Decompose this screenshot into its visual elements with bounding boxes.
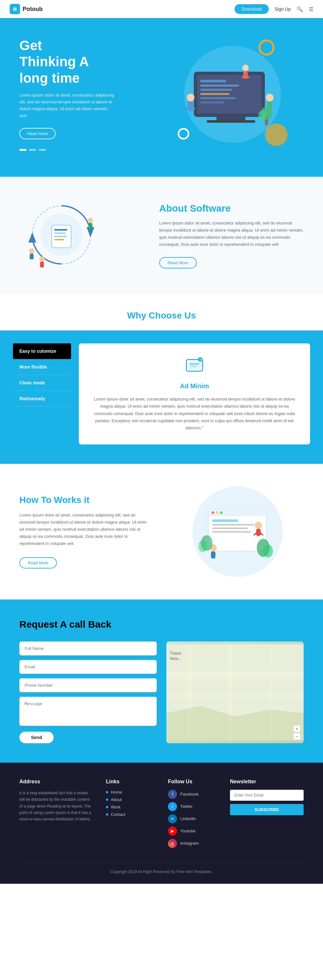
footer-newsletter-col: Newsletter SUBSCRIBE xyxy=(230,779,304,851)
social-linkedin[interactable]: in Linkedin xyxy=(168,814,217,823)
hero-image xyxy=(161,40,304,149)
fullname-input[interactable] xyxy=(19,641,157,655)
signin-link[interactable]: Sign Up xyxy=(275,6,291,12)
footer-link-work[interactable]: Work xyxy=(106,805,155,810)
subscribe-button[interactable]: SUBSCRIBE xyxy=(230,804,304,815)
feature-tab-2[interactable]: Clean mode xyxy=(13,375,71,391)
logo-icon: ⊞ xyxy=(10,4,20,14)
footer-link-about[interactable]: About xyxy=(106,797,155,802)
twitter-icon: t xyxy=(168,802,177,811)
howto-svg-illustration xyxy=(199,493,276,570)
map-zoom-in-button[interactable]: + xyxy=(293,725,301,732)
footer-address-col: Address It is a long established fact th… xyxy=(19,779,93,851)
svg-point-46 xyxy=(220,511,223,514)
youtube-icon: ▶ xyxy=(168,827,177,835)
svg-point-30 xyxy=(29,248,34,253)
hero-dots xyxy=(19,149,161,151)
request-section: Request A call Back Send Thánh xyxy=(0,600,323,763)
svg-rect-39 xyxy=(189,366,197,367)
features-section: Easy to cutomize More flexible Clean mod… xyxy=(0,331,323,463)
howto-content: How To Works it Lorem ipsum dolor sit am… xyxy=(19,495,152,568)
footer: Address It is a long established fact th… xyxy=(0,763,323,884)
map-zoom-out-button[interactable]: − xyxy=(293,733,301,740)
features-description: Lorem ipsum dolor sit amet, consectetur … xyxy=(92,396,297,431)
hero-section: Get Thinking A long time Lorem ipsum dol… xyxy=(0,18,323,177)
howto-title: How To Works it xyxy=(19,495,152,505)
map-zoom-controls: + − xyxy=(293,725,301,740)
hero-circle-sm2 xyxy=(178,128,189,140)
map-svg: Thánh New... xyxy=(166,641,304,743)
about-section: About Software Lorem ipsum dolor sit ame… xyxy=(0,177,323,294)
svg-point-45 xyxy=(216,511,218,514)
howto-section: How To Works it Lorem ipsum dolor sit am… xyxy=(0,464,323,600)
svg-rect-37 xyxy=(188,361,201,369)
svg-point-34 xyxy=(88,218,93,223)
social-facebook[interactable]: f Facebook xyxy=(168,790,217,799)
hero-read-more-button[interactable]: Read more xyxy=(19,128,56,139)
social-twitter[interactable]: t Twitter xyxy=(168,802,217,811)
newsletter-email-input[interactable] xyxy=(230,790,304,801)
hero-content: Get Thinking A long time Lorem ipsum dol… xyxy=(19,37,161,151)
svg-rect-35 xyxy=(89,223,92,229)
feature-tab-1[interactable]: More flexible xyxy=(13,359,71,375)
about-description: Lorem ipsum dolor sit amet, consectetur … xyxy=(159,220,304,248)
svg-point-44 xyxy=(212,511,214,514)
svg-rect-48 xyxy=(212,524,254,525)
svg-rect-27 xyxy=(54,232,65,234)
howto-read-more-button[interactable]: Read More xyxy=(19,557,57,568)
about-read-more-button[interactable]: Read More xyxy=(159,257,197,269)
svg-text:Thánh: Thánh xyxy=(170,651,181,655)
social-instagram[interactable]: ig Instagram xyxy=(168,839,217,848)
request-body: Send Thánh New... Google Trang xyxy=(19,641,304,743)
svg-text:New...: New... xyxy=(170,656,181,660)
feature-tab-3[interactable]: Ratinaready xyxy=(13,391,71,407)
about-svg-illustration xyxy=(19,199,103,270)
footer-followus-col: Follow Us f Facebook t Twitter in Linked… xyxy=(168,779,217,851)
svg-rect-56 xyxy=(211,551,215,558)
svg-point-32 xyxy=(40,256,45,262)
footer-grid: Address It is a long established fact th… xyxy=(19,779,304,851)
footer-link-contact[interactable]: Contact xyxy=(106,812,155,817)
about-title: About Software xyxy=(159,203,304,214)
search-icon[interactable]: 🔍 xyxy=(296,6,303,12)
svg-rect-31 xyxy=(30,253,33,259)
navbar-right: Download Sign Up 🔍 ☰ xyxy=(234,4,313,14)
brand-name: Potoub xyxy=(22,6,43,13)
message-input[interactable] xyxy=(19,697,157,726)
request-map: Thánh New... Google Trang này không thể … xyxy=(166,641,304,743)
footer-link-home[interactable]: Home xyxy=(106,790,155,795)
instagram-icon: ig xyxy=(168,839,177,848)
menu-icon[interactable]: ☰ xyxy=(309,6,313,12)
link-dot xyxy=(106,791,108,793)
hero-dot-1[interactable] xyxy=(19,149,27,151)
navbar: ⊞ Potoub Download Sign Up 🔍 ☰ xyxy=(0,0,323,18)
svg-point-51 xyxy=(255,522,262,529)
svg-point-60 xyxy=(199,540,207,552)
why-title: Why Choose Us xyxy=(19,310,304,321)
phone-input[interactable] xyxy=(19,678,157,692)
why-section: Why Choose Us xyxy=(0,294,323,321)
svg-point-58 xyxy=(263,544,273,557)
footer-newsletter-title: Newsletter xyxy=(230,779,304,784)
email-input[interactable] xyxy=(19,660,157,674)
linkedin-icon: in xyxy=(168,814,177,823)
brand-logo[interactable]: ⊞ Potoub xyxy=(10,4,43,14)
request-title: Request A call Back xyxy=(19,619,304,630)
svg-rect-29 xyxy=(54,239,64,240)
footer-copyright: Copyright 2019 All Right Reserved By Fre… xyxy=(19,863,304,874)
howto-description: Lorem ipsum dolor sit amet, consectetur … xyxy=(19,512,152,547)
footer-followus-title: Follow Us xyxy=(168,779,217,784)
hero-dot-3[interactable] xyxy=(39,149,46,151)
footer-links-col: Links Home About Work Contact xyxy=(106,779,155,851)
hero-circle-sm xyxy=(258,40,275,56)
send-button[interactable]: Send xyxy=(19,732,54,743)
footer-address-text: It is a long established fact that a rea… xyxy=(19,790,93,823)
social-youtube[interactable]: ▶ Youtube xyxy=(168,827,217,835)
link-dot xyxy=(106,806,108,808)
download-button[interactable]: Download xyxy=(234,4,269,14)
svg-rect-50 xyxy=(212,531,251,533)
footer-links-title: Links xyxy=(106,779,155,784)
hero-dot-2[interactable] xyxy=(29,149,36,151)
feature-tab-0[interactable]: Easy to cutomize xyxy=(13,344,71,359)
howto-illustration-circle xyxy=(192,487,283,577)
